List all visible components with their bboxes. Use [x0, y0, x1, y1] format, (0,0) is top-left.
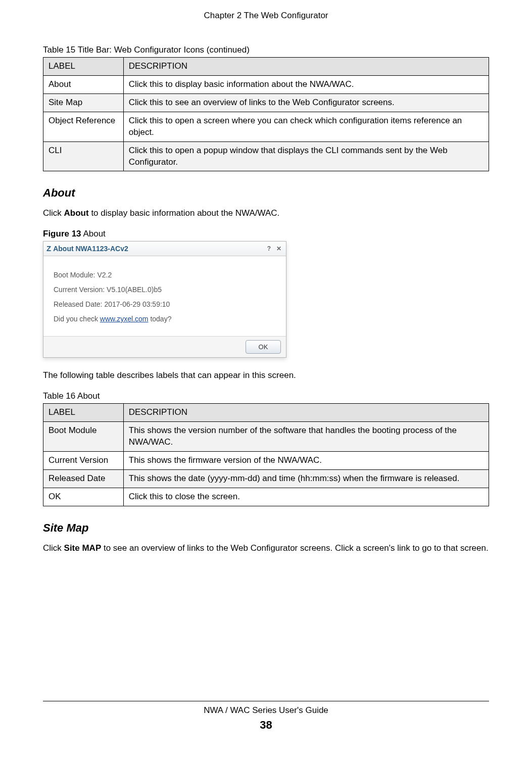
cell-desc: This shows the firmware version of the N… — [123, 452, 489, 470]
text: Click — [43, 543, 64, 553]
bold-text: About — [64, 208, 89, 218]
cell-desc: Click this to open a screen where you ca… — [123, 112, 489, 141]
text: Click — [43, 208, 64, 218]
table-row: Released Date This shows the date (yyyy-… — [43, 469, 489, 488]
dialog-footer: OK — [43, 336, 286, 358]
sitemap-paragraph: Click Site MAP to see an overview of lin… — [43, 543, 489, 554]
table15-header-label: LABEL — [43, 57, 124, 75]
cell-desc: This shows the version number of the sof… — [123, 422, 489, 452]
zyxel-link[interactable]: www.zyxel.com — [100, 315, 149, 323]
zyxel-link-line: Did you check www.zyxel.com today? — [54, 314, 276, 324]
table-row: Object Reference Click this to open a sc… — [43, 112, 489, 141]
cell-label: About — [43, 75, 124, 93]
page-number: 38 — [43, 718, 489, 733]
table15: LABEL DESCRIPTION About Click this to di… — [43, 57, 489, 172]
chapter-header: Chapter 2 The Web Configurator — [43, 10, 489, 22]
current-version-line: Current Version: V5.10(ABEL.0)b5 — [54, 285, 276, 295]
cell-desc: Click this to close the screen. — [123, 488, 489, 506]
footer-rule — [43, 701, 489, 701]
text: to display basic information about the N… — [89, 208, 280, 218]
close-icon[interactable]: ✕ — [274, 245, 283, 253]
table16-number: Table 16 — [43, 391, 75, 401]
cell-desc: Click this to display basic information … — [123, 75, 489, 93]
help-icon[interactable]: ? — [265, 245, 273, 253]
table15-header-description: DESCRIPTION — [123, 57, 489, 75]
table16-header-row: LABEL DESCRIPTION — [43, 404, 489, 422]
dialog-body: Boot Module: V2.2 Current Version: V5.10… — [43, 256, 286, 336]
cell-label: Boot Module — [43, 422, 124, 452]
table15-header-row: LABEL DESCRIPTION — [43, 57, 489, 75]
cell-desc: This shows the date (yyyy-mm-dd) and tim… — [123, 469, 489, 488]
sitemap-heading: Site Map — [43, 520, 489, 536]
guide-title: NWA / WAC Series User's Guide — [43, 705, 489, 717]
about-dialog: Z About NWA1123-ACv2 ? ✕ Boot Module: V2… — [43, 241, 286, 358]
figure13-caption: Figure 13 About — [43, 228, 489, 240]
table15-number: Table 15 — [43, 45, 75, 55]
table-row: Current Version This shows the firmware … — [43, 452, 489, 470]
table15-title: Title Bar: Web Configurator Icons (conti… — [75, 45, 250, 55]
table15-caption: Table 15 Title Bar: Web Configurator Ico… — [43, 44, 489, 56]
about-paragraph: Click About to display basic information… — [43, 208, 489, 219]
cell-desc: Click this to see an overview of links t… — [123, 93, 489, 112]
table-row: CLI Click this to open a popup window th… — [43, 141, 489, 171]
text: Did you check — [54, 315, 100, 323]
cell-label: Object Reference — [43, 112, 124, 141]
table-row: About Click this to display basic inform… — [43, 75, 489, 93]
table16-header-description: DESCRIPTION — [123, 404, 489, 422]
table-row: OK Click this to close the screen. — [43, 488, 489, 506]
cell-label: CLI — [43, 141, 124, 171]
dialog-titlebar: Z About NWA1123-ACv2 ? ✕ — [43, 242, 286, 256]
zyxel-logo-icon: Z — [46, 244, 51, 254]
boot-module-line: Boot Module: V2.2 — [54, 270, 276, 280]
ok-button[interactable]: OK — [246, 340, 281, 354]
about-heading: About — [43, 185, 489, 201]
released-date-line: Released Date: 2017-06-29 03:59:10 — [54, 300, 276, 309]
after-figure-text: The following table describes labels tha… — [43, 370, 489, 382]
figure-number: Figure 13 — [43, 229, 81, 239]
table-row: Boot Module This shows the version numbe… — [43, 422, 489, 452]
page-content: Chapter 2 The Web Configurator Table 15 … — [43, 10, 489, 742]
bold-text: Site MAP — [64, 543, 102, 553]
figure-title: About — [81, 229, 106, 239]
table16-header-label: LABEL — [43, 404, 124, 422]
dialog-title: About NWA1123-ACv2 — [53, 244, 128, 254]
table16-title: About — [75, 391, 100, 401]
page-footer: NWA / WAC Series User's Guide 38 — [43, 705, 489, 733]
table16-caption: Table 16 About — [43, 391, 489, 402]
text: today? — [149, 315, 172, 323]
text: to see an overview of links to the Web C… — [101, 543, 488, 553]
table16: LABEL DESCRIPTION Boot Module This shows… — [43, 403, 489, 506]
cell-label: Current Version — [43, 452, 124, 470]
cell-desc: Click this to open a popup window that d… — [123, 141, 489, 171]
cell-label: OK — [43, 488, 124, 506]
cell-label: Site Map — [43, 93, 124, 112]
cell-label: Released Date — [43, 469, 124, 488]
table-row: Site Map Click this to see an overview o… — [43, 93, 489, 112]
